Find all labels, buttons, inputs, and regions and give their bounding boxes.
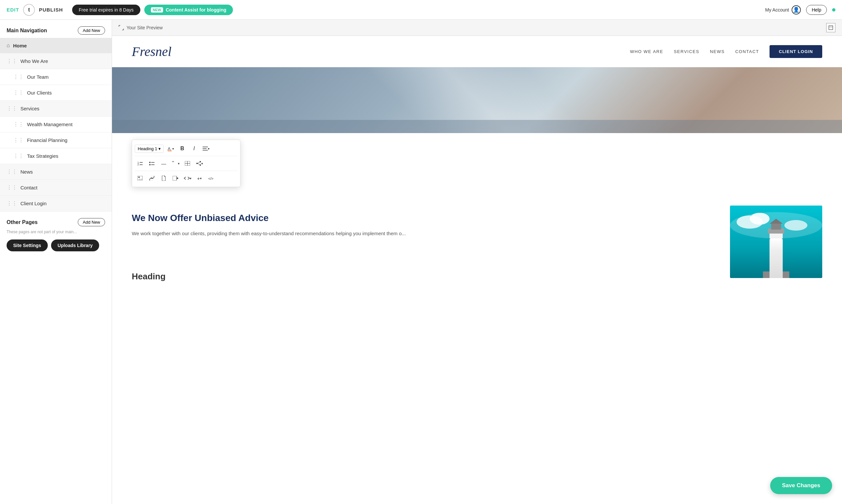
sidebar-item-contact[interactable]: ⋮⋮ Contact bbox=[0, 180, 112, 196]
share-icon bbox=[196, 161, 201, 166]
svg-line-29 bbox=[198, 162, 200, 163]
hero-svg bbox=[112, 67, 842, 133]
file-button[interactable] bbox=[159, 173, 169, 183]
sidebar-item-home[interactable]: ⌂ Home bbox=[0, 38, 112, 53]
site-nav-link-who-we-are[interactable]: WHO WE ARE bbox=[630, 49, 663, 54]
svg-marker-7 bbox=[647, 68, 661, 82]
fullscreen-button[interactable] bbox=[826, 23, 836, 32]
new-tag: NEW bbox=[151, 7, 163, 13]
drag-handle-icon: ⋮⋮ bbox=[6, 200, 17, 206]
sidebar-item-tax-strategies[interactable]: ⋮⋮ Tax Strategies bbox=[0, 148, 112, 164]
sidebar-item-services[interactable]: ⋮⋮ Services bbox=[0, 101, 112, 116]
embed-button[interactable]: ▾ bbox=[182, 173, 193, 183]
account-icon: 👤 bbox=[792, 5, 801, 15]
unordered-list-button[interactable] bbox=[147, 158, 157, 169]
sidebar-item-client-login-label: Client Login bbox=[20, 201, 47, 206]
toolbar-row-3: ▾ + ▾ </> bbox=[135, 170, 237, 184]
edit-label[interactable]: EDIT bbox=[6, 7, 19, 13]
share-button[interactable]: ▾ bbox=[194, 158, 204, 169]
uploads-library-button[interactable]: Uploads Library bbox=[51, 239, 100, 251]
drag-handle-icon: ⋮⋮ bbox=[13, 153, 24, 159]
code-button[interactable]: </> bbox=[206, 173, 216, 183]
svg-line-30 bbox=[198, 163, 200, 165]
top-bar-left: EDIT t PUBLISH Free trial expires in 8 D… bbox=[6, 4, 233, 16]
quote-icon: " bbox=[172, 161, 178, 166]
publish-label[interactable]: PUBLISH bbox=[39, 7, 63, 13]
other-pages-header: Other Pages Add New bbox=[6, 218, 105, 226]
svg-point-20 bbox=[149, 164, 150, 165]
svg-point-38 bbox=[737, 215, 763, 229]
divider-button[interactable]: — bbox=[159, 158, 169, 169]
save-changes-button[interactable]: Save Changes bbox=[770, 477, 832, 494]
add-button[interactable]: + ▾ bbox=[194, 173, 204, 183]
drag-handle-icon: ⋮⋮ bbox=[6, 184, 17, 191]
my-account[interactable]: My Account 👤 bbox=[765, 5, 801, 15]
article-body: We work together with our clients, provi… bbox=[132, 229, 717, 238]
link-button[interactable] bbox=[147, 173, 157, 183]
svg-text:</>: </> bbox=[208, 177, 213, 181]
sidebar-item-our-team-label: Our Team bbox=[27, 74, 49, 80]
svg-marker-5 bbox=[504, 67, 660, 133]
site-settings-button[interactable]: Site Settings bbox=[6, 239, 48, 251]
lighthouse-image bbox=[730, 205, 822, 278]
add-new-button[interactable]: Add New bbox=[78, 26, 105, 35]
text-color-button[interactable]: A ▾ bbox=[165, 143, 176, 154]
sidebar-item-wealth-management[interactable]: ⋮⋮ Wealth Management bbox=[0, 116, 112, 132]
sidebar-item-financial-planning[interactable]: ⋮⋮ Financial Planning bbox=[0, 132, 112, 148]
fullscreen-icon bbox=[828, 25, 833, 30]
drag-handle-icon: ⋮⋮ bbox=[13, 90, 24, 96]
sidebar-item-wealth-management-label: Wealth Management bbox=[27, 122, 72, 127]
arrows-icon bbox=[119, 25, 124, 30]
site-nav-link-services[interactable]: SERVICES bbox=[674, 49, 699, 54]
ordered-list-button[interactable]: 1. 2. bbox=[135, 158, 145, 169]
video-button[interactable] bbox=[170, 173, 181, 183]
sidebar-item-our-clients[interactable]: ⋮⋮ Our Clients bbox=[0, 85, 112, 101]
sidebar-item-news[interactable]: ⋮⋮ News bbox=[0, 164, 112, 180]
content-heading[interactable]: Heading bbox=[132, 271, 822, 282]
svg-text:2.: 2. bbox=[137, 163, 140, 166]
help-button[interactable]: Help bbox=[806, 5, 827, 15]
video-icon bbox=[173, 176, 179, 181]
site-nav-links: WHO WE ARE SERVICES NEWS CONTACT CLIENT … bbox=[630, 45, 822, 58]
site-nav-cta[interactable]: CLIENT LOGIN bbox=[770, 45, 822, 58]
lighthouse-svg bbox=[730, 205, 822, 278]
main-nav-title: Main Navigation bbox=[6, 28, 47, 34]
text-color-icon: A bbox=[167, 146, 172, 151]
image-icon bbox=[137, 176, 143, 181]
svg-point-18 bbox=[149, 162, 150, 163]
preview-bar-left: Your Site Preview bbox=[119, 25, 163, 30]
sidebar-item-who-we-are[interactable]: ⋮⋮ Who We Are bbox=[0, 53, 112, 69]
svg-point-28 bbox=[200, 164, 201, 166]
sidebar-item-our-team[interactable]: ⋮⋮ Our Team bbox=[0, 69, 112, 85]
svg-rect-48 bbox=[763, 271, 789, 278]
svg-rect-37 bbox=[730, 205, 822, 278]
image-button[interactable] bbox=[135, 173, 145, 183]
site-nav-link-contact[interactable]: CONTACT bbox=[735, 49, 759, 54]
code-icon: </> bbox=[208, 176, 214, 181]
add-new-other-button[interactable]: Add New bbox=[78, 218, 105, 226]
sidebar-item-home-label: Home bbox=[13, 43, 27, 49]
content-assist-badge[interactable]: NEW Content Assist for blogging bbox=[144, 5, 233, 15]
other-pages-title: Other Pages bbox=[6, 219, 38, 225]
my-account-label: My Account bbox=[765, 7, 789, 13]
svg-point-26 bbox=[200, 161, 201, 162]
quote-button[interactable]: " ▾ bbox=[170, 158, 181, 169]
editor-toolbar: Heading 1 ▾ A ▾ B I bbox=[132, 140, 240, 187]
heading-select[interactable]: Heading 1 ▾ bbox=[135, 145, 164, 153]
table-button[interactable] bbox=[182, 158, 193, 169]
svg-rect-41 bbox=[770, 232, 783, 275]
svg-point-40 bbox=[784, 220, 807, 231]
svg-marker-4 bbox=[432, 67, 569, 133]
sidebar-item-client-login[interactable]: ⋮⋮ Client Login bbox=[0, 196, 112, 212]
toolbar-row-2: 1. 2. bbox=[135, 156, 237, 169]
trial-badge[interactable]: Free trial expires in 8 Days bbox=[72, 5, 140, 15]
other-pages-hint: These pages are not part of your main... bbox=[6, 230, 105, 234]
sidebar-bottom-buttons: Site Settings Uploads Library bbox=[0, 239, 112, 258]
align-button[interactable]: ▾ bbox=[201, 143, 211, 154]
svg-rect-45 bbox=[768, 229, 784, 234]
site-nav-link-news[interactable]: NEWS bbox=[710, 49, 725, 54]
italic-button[interactable]: I bbox=[189, 143, 199, 154]
hero-image bbox=[112, 67, 842, 133]
bold-button[interactable]: B bbox=[177, 143, 187, 154]
svg-marker-3 bbox=[294, 67, 477, 133]
